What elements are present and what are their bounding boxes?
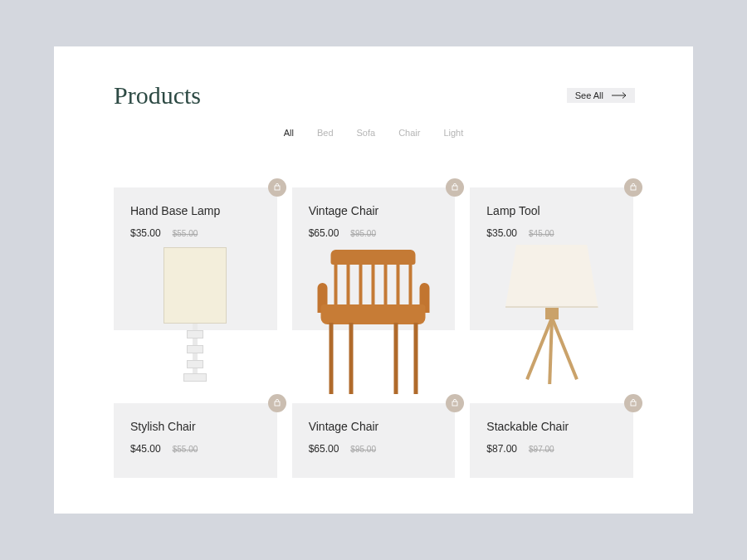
product-price: $65.00: [309, 443, 339, 455]
cart-add-badge[interactable]: [268, 178, 286, 197]
product-old-price: $95.00: [350, 229, 376, 238]
svg-rect-3: [631, 186, 636, 190]
product-name: Vintage Chair: [309, 204, 439, 217]
product-old-price: $45.00: [529, 229, 554, 238]
product-card[interactable]: Vintage Chair $65.00 $95.00: [292, 403, 456, 478]
price-row: $35.00 $55.00: [130, 227, 261, 239]
product-name: Lamp Tool: [486, 204, 617, 217]
product-grid: Hand Base Lamp $35.00 $55.00 Vintage Cha…: [54, 138, 693, 330]
price-row: $35.00 $45.00: [486, 227, 617, 239]
product-old-price: $55.00: [173, 445, 198, 454]
product-card[interactable]: Stackable Chair $87.00 $97.00: [470, 403, 633, 478]
page-header: Products See All: [54, 46, 693, 110]
page-title: Products: [114, 81, 201, 110]
product-price: $87.00: [486, 443, 517, 455]
tab-sofa[interactable]: Sofa: [357, 128, 376, 138]
cart-add-badge[interactable]: [624, 178, 642, 197]
price-row: $45.00 $55.00: [130, 443, 261, 455]
product-name: Vintage Chair: [309, 420, 439, 433]
cart-add-badge[interactable]: [446, 394, 464, 412]
svg-rect-6: [631, 402, 636, 406]
product-card[interactable]: Vintage Chair $65.00 $95.00: [292, 187, 456, 330]
svg-rect-4: [275, 402, 280, 406]
product-price: $35.00: [486, 227, 517, 239]
tab-bed[interactable]: Bed: [317, 128, 334, 138]
price-row: $65.00 $95.00: [309, 443, 439, 455]
product-name: Stackable Chair: [486, 420, 617, 433]
tab-light[interactable]: Light: [443, 128, 463, 138]
cart-icon: [273, 183, 281, 192]
product-price: $35.00: [130, 227, 161, 239]
svg-rect-2: [452, 186, 457, 190]
product-price: $45.00: [130, 443, 161, 455]
cart-add-badge[interactable]: [446, 178, 464, 197]
cart-icon: [451, 399, 459, 407]
product-grid-row2: Stylish Chair $45.00 $55.00 Vintage Chai…: [54, 330, 693, 478]
see-all-label: See All: [575, 90, 603, 100]
product-card[interactable]: Lamp Tool $35.00 $45.00: [470, 187, 633, 330]
cart-add-badge[interactable]: [624, 394, 642, 412]
cart-icon: [273, 399, 281, 407]
tab-chair[interactable]: Chair: [398, 128, 420, 138]
product-card[interactable]: Hand Base Lamp $35.00 $55.00: [114, 187, 277, 330]
svg-rect-5: [452, 402, 457, 406]
product-old-price: $95.00: [350, 445, 376, 454]
svg-rect-1: [275, 186, 280, 190]
price-row: $65.00 $95.00: [309, 227, 439, 239]
cart-icon: [451, 183, 459, 192]
product-name: Hand Base Lamp: [130, 204, 261, 217]
see-all-button[interactable]: See All: [567, 88, 635, 103]
cart-icon: [629, 399, 637, 407]
cart-icon: [629, 183, 637, 192]
product-price: $65.00: [309, 227, 339, 239]
arrow-right-icon: [612, 92, 628, 99]
product-card[interactable]: Stylish Chair $45.00 $55.00: [114, 403, 277, 478]
cart-add-badge[interactable]: [268, 394, 286, 412]
category-tabs: All Bed Sofa Chair Light: [54, 128, 693, 138]
product-old-price: $97.00: [529, 445, 554, 454]
product-listing-page: Products See All All Bed Sofa Chair Ligh…: [54, 46, 693, 514]
tab-all[interactable]: All: [284, 128, 294, 138]
price-row: $87.00 $97.00: [486, 443, 617, 455]
product-old-price: $55.00: [173, 229, 198, 238]
product-name: Stylish Chair: [130, 420, 261, 433]
